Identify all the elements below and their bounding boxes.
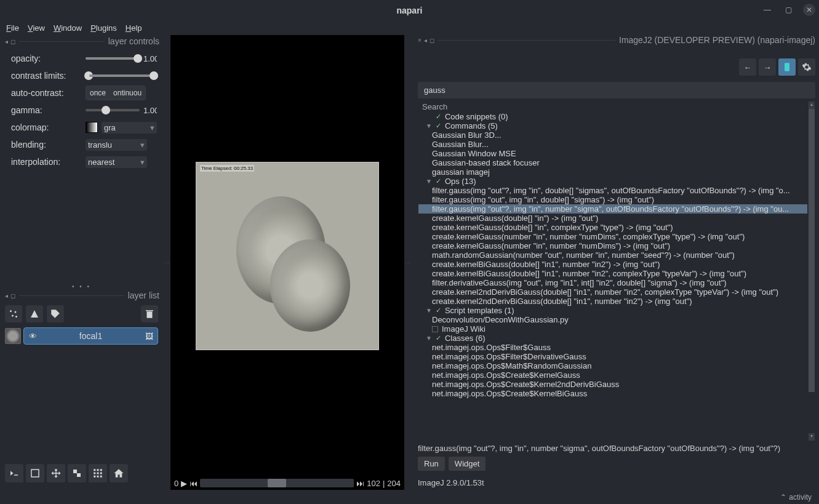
home-button[interactable] xyxy=(110,464,128,482)
layer-list-header: ◂◻ layer list xyxy=(0,289,163,300)
float-icon[interactable]: ◻ xyxy=(10,38,15,45)
delete-layer-button[interactable] xyxy=(141,305,158,322)
result-item[interactable]: create.kernelGauss(double[] "in", comple… xyxy=(418,223,807,232)
minimize-button[interactable]: — xyxy=(761,4,773,16)
visibility-toggle-icon[interactable]: 👁 xyxy=(24,332,41,341)
contrast-slider[interactable] xyxy=(86,74,157,77)
back-button[interactable]: ← xyxy=(739,58,756,76)
result-item[interactable]: net.imagej.ops.Ops$Filter$DerivativeGaus… xyxy=(418,352,807,361)
colormap-swatch[interactable] xyxy=(86,122,98,133)
colormap-dropdown[interactable]: gra▾ xyxy=(102,122,157,134)
viewer-buttons xyxy=(0,460,163,490)
result-item[interactable]: net.imagej.ops.Ops$Create$KernelBiGauss xyxy=(418,389,807,398)
autocontrast-toggle[interactable]: onceontinuou xyxy=(86,86,146,100)
result-item[interactable]: math.randomGaussian(number "out", number… xyxy=(418,250,807,260)
ndisplay-button[interactable] xyxy=(26,464,44,482)
layer-row[interactable]: 👁 focal1 🖼 xyxy=(5,327,158,345)
result-item[interactable]: create.kernelBiGauss(double[] "in1", num… xyxy=(418,260,807,269)
detach-icon[interactable]: ◂ xyxy=(5,292,8,299)
svg-rect-5 xyxy=(31,470,39,477)
close-dock-icon[interactable]: × xyxy=(418,37,421,44)
result-category[interactable]: ▼✓Commands (5) xyxy=(418,121,807,130)
result-item[interactable]: Gaussian Blur... xyxy=(418,140,807,149)
scroll-thumb[interactable] xyxy=(809,109,815,392)
svg-rect-13 xyxy=(97,476,99,478)
step-fwd-button[interactable]: ⏭ xyxy=(356,479,364,488)
float-icon[interactable]: ◻ xyxy=(10,292,15,299)
menu-help[interactable]: Help xyxy=(126,23,142,33)
vertical-splitter[interactable] xyxy=(163,35,170,490)
run-button[interactable]: Run xyxy=(418,457,445,471)
result-category[interactable]: ▼✓Classes (6) xyxy=(418,334,807,343)
close-button[interactable]: ✕ xyxy=(803,4,815,16)
step-back-button[interactable]: ⏮ xyxy=(190,479,198,488)
new-points-layer-button[interactable] xyxy=(5,305,22,322)
maximize-button[interactable]: ▢ xyxy=(782,4,794,16)
gamma-slider[interactable] xyxy=(86,109,140,111)
svg-point-3 xyxy=(15,316,17,318)
result-category[interactable]: ▼✓Ops (13) xyxy=(418,177,807,186)
dim-max: 204 xyxy=(387,479,401,488)
search-input[interactable]: gauss xyxy=(418,82,815,98)
settings-button[interactable] xyxy=(798,58,815,76)
canvas[interactable]: Time Elapsed: 00:25.33 0 ▶ ⏮ ⏭ 102 | 204 xyxy=(170,35,404,490)
scroll-up-icon[interactable]: ▴ xyxy=(809,102,815,109)
result-item[interactable]: gaussian imagej xyxy=(418,167,807,177)
result-item[interactable]: filter.gauss(img "out"?, img "in", doubl… xyxy=(418,186,807,195)
result-item[interactable]: net.imagej.ops.Ops$Filter$Gauss xyxy=(418,343,807,352)
result-item[interactable]: filter.gauss(img "out", img "in", double… xyxy=(418,195,807,204)
opacity-slider[interactable] xyxy=(86,57,140,60)
result-category[interactable]: ▼✓Code snippets (0) xyxy=(418,112,807,121)
result-item[interactable]: net.imagej.ops.Ops$Create$Kernel2ndDeriv… xyxy=(418,380,807,389)
dim-slider-track[interactable] xyxy=(200,479,354,487)
play-button[interactable]: ▶ xyxy=(181,479,187,488)
detach-icon[interactable]: ◂ xyxy=(424,37,427,44)
result-item-wiki[interactable]: ImageJ Wiki xyxy=(418,324,807,334)
new-labels-layer-button[interactable] xyxy=(47,305,64,322)
result-item[interactable]: net.imagej.ops.Ops$Math$RandomGaussian xyxy=(418,361,807,370)
menu-file[interactable]: File xyxy=(6,23,19,33)
result-item[interactable]: create.kernel2ndDerivBiGauss(double[] "i… xyxy=(418,287,807,297)
transpose-button[interactable] xyxy=(68,464,86,482)
new-shapes-layer-button[interactable] xyxy=(26,305,43,322)
blending-dropdown[interactable]: translu▾ xyxy=(86,139,147,151)
activity-chevron-icon[interactable]: ⌃ xyxy=(780,493,786,502)
svg-rect-8 xyxy=(100,469,102,471)
opacity-value: 1.00 xyxy=(143,54,157,63)
result-item[interactable]: net.imagej.ops.Ops$Create$KernelGauss xyxy=(418,370,807,380)
console-button[interactable] xyxy=(5,464,23,482)
widget-button[interactable]: Widget xyxy=(449,457,485,471)
layer-name[interactable]: focal1 xyxy=(41,331,140,341)
interpolation-dropdown[interactable]: nearest▾ xyxy=(86,156,147,168)
result-item[interactable]: filter.gauss(img "out"?, img "in", numbe… xyxy=(418,204,807,214)
grid-button[interactable] xyxy=(89,464,107,482)
result-item[interactable]: filter.derivativeGauss(img "out", img "i… xyxy=(418,278,807,287)
vertical-splitter[interactable] xyxy=(404,35,412,490)
result-item[interactable]: Gaussian Blur 3D... xyxy=(418,130,807,140)
menu-view[interactable]: View xyxy=(28,23,45,33)
svg-rect-12 xyxy=(94,476,95,478)
result-item[interactable]: Deconvolution/DeconWithGaussian.py xyxy=(418,315,807,324)
result-item[interactable]: create.kernel2ndDerivBiGauss(double[] "i… xyxy=(418,297,807,306)
result-item[interactable]: create.kernelBiGauss(double[] "in1", num… xyxy=(418,269,807,278)
roll-dims-button[interactable] xyxy=(47,464,65,482)
menu-window[interactable]: Window xyxy=(54,23,82,33)
result-item[interactable]: create.kernelGauss(double[] "in") -> (im… xyxy=(418,214,807,223)
forward-button[interactable]: → xyxy=(759,58,776,76)
gamma-value: 1.00 xyxy=(143,106,157,115)
result-item[interactable]: create.kernelGauss(number "in", number "… xyxy=(418,241,807,250)
result-category[interactable]: ▼✓Script templates (1) xyxy=(418,306,807,315)
float-icon[interactable]: ◻ xyxy=(429,37,434,44)
scroll-down-icon[interactable]: ▾ xyxy=(809,433,815,441)
activity-button[interactable]: activity xyxy=(789,493,812,502)
layer-controls-header: ◂◻ layer controls xyxy=(0,35,163,46)
result-item[interactable]: create.kernelGauss(number "in", number "… xyxy=(418,232,807,241)
result-item[interactable]: Gaussian Window MSE xyxy=(418,149,807,158)
imagej-gui-button[interactable] xyxy=(778,58,796,76)
svg-point-2 xyxy=(12,315,14,317)
splitter-handle[interactable]: • • • xyxy=(0,283,163,289)
result-item[interactable]: Gaussian-based stack focuser xyxy=(418,158,807,167)
menu-plugins[interactable]: Plugins xyxy=(90,23,117,33)
detach-icon[interactable]: ◂ xyxy=(5,38,8,45)
scrollbar[interactable]: ▴ ▾ xyxy=(809,102,815,441)
